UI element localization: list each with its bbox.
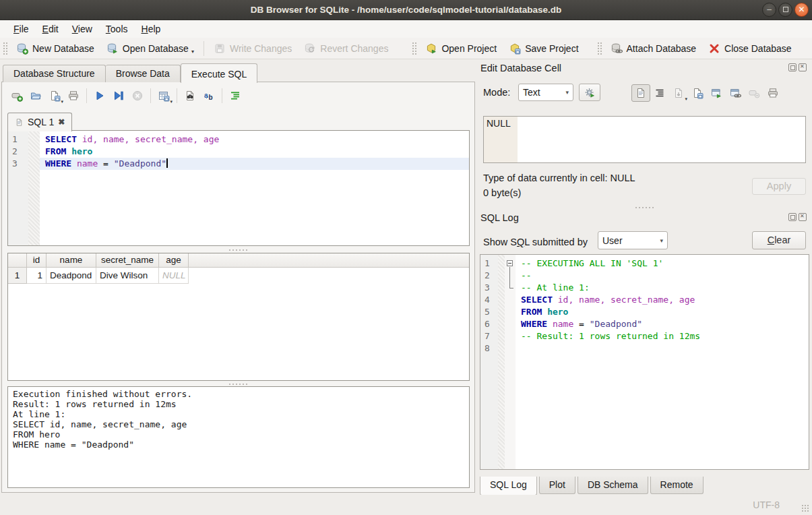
- format-sql-icon: [229, 90, 241, 102]
- toolbar-drag-handle[interactable]: [412, 42, 416, 55]
- sql-log-view[interactable]: 1-- EXECUTING ALL IN 'SQL 1'2--3-- At li…: [480, 254, 809, 470]
- sql-file-tab[interactable]: SQL 1✖: [7, 113, 72, 131]
- toolbar-separator: [177, 88, 177, 103]
- print-cell-icon: [767, 87, 779, 99]
- tab-execute-sql[interactable]: Execute SQL: [181, 63, 258, 83]
- cell-editor[interactable]: NULL: [483, 116, 806, 163]
- find-and-replace-button[interactable]: [181, 87, 199, 104]
- write-changes-button[interactable]: Write Changes: [208, 40, 298, 57]
- dock-close-icon[interactable]: [799, 213, 807, 221]
- results-table[interactable]: idnamesecret_nameage11DeadpondDive Wilso…: [7, 253, 470, 381]
- column-header-secret_name[interactable]: secret_name: [96, 253, 159, 268]
- dock-float-icon[interactable]: [788, 63, 797, 71]
- sql-editor[interactable]: 1SELECT id, name, secret_name, age2FROM …: [7, 130, 470, 246]
- menu-item-help[interactable]: Help: [135, 22, 168, 36]
- new-database-icon: [16, 42, 28, 55]
- print-sql-button[interactable]: [64, 87, 83, 104]
- execute-all-button[interactable]: [90, 87, 109, 104]
- open-sql-file-icon: [30, 90, 42, 102]
- new-database-label: New Database: [32, 43, 94, 54]
- close-tab-icon[interactable]: ✖: [58, 117, 65, 127]
- save-results-button[interactable]: ▾: [154, 87, 173, 104]
- save-project-button[interactable]: Save Project: [503, 40, 584, 57]
- line-number: 2: [8, 146, 28, 158]
- clear-log-button[interactable]: Clear: [752, 231, 806, 249]
- cell-value: NULL: [487, 118, 511, 129]
- menu-item-tools[interactable]: Tools: [99, 22, 135, 36]
- line-number: 2: [480, 270, 498, 282]
- menubar: FileEditViewToolsHelp: [0, 20, 812, 38]
- line-number: 6: [480, 318, 498, 330]
- splitter-handle[interactable]: [2, 247, 474, 252]
- mode-select[interactable]: Text ▾: [518, 84, 573, 101]
- fold-line: [509, 288, 513, 289]
- mode-auto-apply-button[interactable]: [579, 84, 600, 101]
- code-line: -- EXECUTING ALL IN 'SQL 1': [521, 258, 663, 270]
- log-filter-label: Show SQL submitted by: [483, 233, 588, 251]
- new-database-button[interactable]: New Database: [10, 40, 100, 57]
- cell-type-label: Type of data currently in cell: NULL: [483, 173, 635, 183]
- menu-item-file[interactable]: File: [7, 22, 36, 36]
- open-sql-file-button[interactable]: [26, 87, 45, 104]
- row-number-header[interactable]: [8, 253, 27, 268]
- bottom-tab-sql-log[interactable]: SQL Log: [480, 477, 537, 495]
- splitter-handle[interactable]: [2, 382, 474, 386]
- toolbar-drag-handle[interactable]: [597, 42, 602, 55]
- stop-execution-icon: [131, 90, 144, 102]
- new-sql-tab-button[interactable]: [7, 87, 26, 104]
- table-cell[interactable]: Deadpond: [46, 268, 96, 284]
- table-cell[interactable]: NULL: [159, 268, 189, 284]
- fold-marker-icon[interactable]: [507, 260, 513, 266]
- code-line: -- At line 1:: [521, 282, 590, 294]
- log-filter-select[interactable]: User ▾: [598, 231, 668, 249]
- save-results-icon: [158, 90, 170, 102]
- auto-completion-button[interactable]: ab: [199, 87, 218, 104]
- execute-current-line-button[interactable]: [109, 87, 128, 104]
- row-number-cell[interactable]: 1: [8, 268, 27, 284]
- splitter-handle[interactable]: [476, 205, 812, 210]
- execution-message-box[interactable]: Execution finished without errors. Resul…: [7, 386, 470, 488]
- revert-changes-button[interactable]: Revert Changes: [298, 40, 394, 57]
- text-document-button[interactable]: [631, 84, 650, 102]
- bottom-tab-plot[interactable]: Plot: [539, 477, 575, 494]
- save-sql-file-icon: [49, 90, 61, 102]
- open-database-button[interactable]: Open Database▾: [100, 40, 200, 57]
- titlebar[interactable]: DB Browser for SQLite - /home/user/code/…: [0, 0, 812, 20]
- import-from-file-button[interactable]: ▾: [669, 84, 688, 102]
- close-database-icon: [708, 42, 720, 55]
- dock-close-icon[interactable]: [799, 63, 807, 71]
- table-cell[interactable]: Dive Wilson: [96, 268, 159, 284]
- chevron-down-icon: ▾: [191, 49, 194, 55]
- close-database-button[interactable]: Close Database: [702, 40, 798, 57]
- menu-item-edit[interactable]: Edit: [36, 22, 65, 36]
- apply-button[interactable]: Apply: [752, 178, 806, 195]
- log-filter-value: User: [602, 235, 623, 246]
- resize-grip[interactable]: [801, 504, 809, 512]
- print-cell-button[interactable]: [763, 84, 782, 102]
- menu-item-view[interactable]: View: [65, 22, 99, 36]
- open-in-external-app-icon: [710, 87, 722, 99]
- tab-browse-data[interactable]: Browse Data: [106, 65, 181, 82]
- column-header-id[interactable]: id: [27, 253, 46, 268]
- toolbar-drag-handle[interactable]: [3, 42, 7, 55]
- column-header-name[interactable]: name: [46, 253, 96, 268]
- export-to-file-button[interactable]: [688, 84, 707, 102]
- word-wrap-button[interactable]: [650, 84, 669, 102]
- column-header-age[interactable]: age: [159, 253, 189, 268]
- open-project-button[interactable]: Open Project: [419, 40, 503, 57]
- set-as-null-button[interactable]: [745, 84, 763, 102]
- save-sql-file-button[interactable]: ▾: [45, 87, 64, 104]
- maximize-button[interactable]: [778, 3, 792, 17]
- open-in-external-app-button[interactable]: [707, 84, 726, 102]
- bottom-tab-remote[interactable]: Remote: [650, 477, 704, 494]
- external-link-button[interactable]: [726, 84, 745, 102]
- tab-database-structure[interactable]: Database Structure: [3, 65, 106, 82]
- dock-float-icon[interactable]: [788, 213, 797, 221]
- stop-execution-button[interactable]: [128, 87, 147, 104]
- format-sql-button[interactable]: [226, 87, 245, 104]
- table-cell[interactable]: 1: [27, 268, 46, 284]
- minimize-button[interactable]: –: [762, 3, 776, 17]
- bottom-tab-db-schema[interactable]: DB Schema: [577, 477, 648, 494]
- close-button[interactable]: ✕: [794, 3, 809, 17]
- attach-database-button[interactable]: Attach Database: [604, 40, 703, 57]
